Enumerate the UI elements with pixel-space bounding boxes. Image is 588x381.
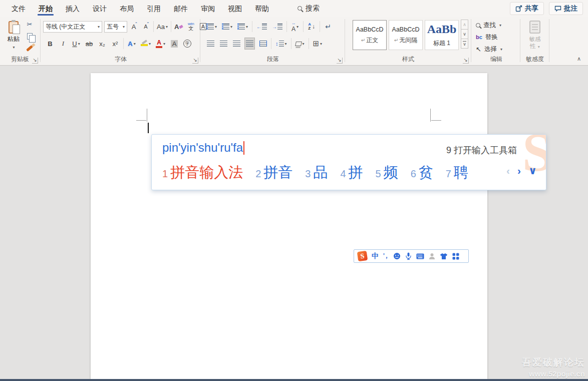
emoji-button[interactable] (393, 252, 401, 260)
ime-candidate-3[interactable]: 3品 (305, 163, 328, 183)
chevron-down-icon: ▾ (500, 47, 502, 52)
distribute-button[interactable] (258, 38, 268, 50)
tab-mailings[interactable]: 邮件 (167, 1, 194, 17)
grow-font-button[interactable]: Aˆ (129, 21, 139, 33)
status-bar (0, 379, 588, 381)
tab-references[interactable]: 引用 (140, 1, 167, 17)
ime-prev-page-button[interactable]: ‹ (506, 165, 510, 177)
borders-button[interactable]: ⊞▾ (312, 38, 324, 50)
ime-candidate-6[interactable]: 6贫 (411, 163, 433, 183)
bold-button[interactable]: B (45, 38, 55, 50)
paste-button[interactable]: 粘贴 ▾ (4, 20, 23, 56)
tab-home[interactable]: 开始 (32, 1, 59, 17)
share-button[interactable]: 共享 (510, 2, 544, 15)
ime-toolbox-hint[interactable]: 9 打开输入工具箱 (446, 144, 517, 156)
login-account-button[interactable] (429, 253, 435, 260)
voice-input-button[interactable] (405, 252, 412, 260)
bullets-button[interactable]: ▾ (205, 21, 218, 33)
styles-dialog-launcher[interactable]: ↘ (463, 58, 469, 64)
line-spacing-button[interactable]: ↕▾ (274, 38, 288, 50)
justify-button[interactable] (244, 38, 255, 50)
document-area[interactable]: S pin'yin'shu'ru'fa 9 打开输入工具箱 1拼音输入法 2拼音… (0, 66, 588, 379)
find-button[interactable]: 查找 ▾ (476, 20, 501, 31)
asian-layout-button[interactable]: ↔A▾ (290, 21, 300, 33)
superscript-button[interactable]: x² (110, 38, 120, 50)
skin-button[interactable] (440, 253, 448, 260)
punctuation-mode-button[interactable]: '， (383, 252, 389, 260)
italic-button[interactable]: I (58, 38, 68, 50)
align-center-button[interactable] (218, 38, 228, 50)
comments-button[interactable]: 批注 (549, 2, 583, 15)
tab-help[interactable]: 帮助 (248, 1, 275, 17)
ime-candidate-5[interactable]: 5频 (376, 163, 398, 183)
decrease-indent-button[interactable]: ← (255, 21, 268, 33)
ime-candidate-4[interactable]: 4拼 (340, 163, 363, 183)
multilevel-list-button[interactable]: ▾ (236, 21, 249, 33)
subscript-button[interactable]: x₂ (97, 38, 107, 50)
clipboard-dialog-launcher[interactable]: ↘ (32, 58, 38, 64)
highlight-color-button[interactable]: ▾ (140, 38, 152, 50)
soft-keyboard-button[interactable] (416, 253, 424, 259)
sensitivity-button[interactable]: 敏感性 ▾ (525, 21, 545, 50)
paragraph-dialog-launcher[interactable]: ↘ (337, 58, 343, 64)
text-effects-button[interactable]: A▾ (127, 38, 137, 50)
underline-button[interactable]: U▾ (71, 38, 81, 50)
ime-candidate-1[interactable]: 1拼音输入法 (162, 163, 243, 183)
tab-file[interactable]: 文件 (5, 1, 32, 17)
chinese-mode-button[interactable]: 中 (372, 252, 379, 261)
tab-layout[interactable]: 布局 (113, 1, 140, 17)
justify-icon (246, 41, 253, 47)
chevron-down-icon: ▾ (320, 42, 322, 46)
cut-button[interactable]: ✂ (25, 20, 34, 29)
phonetic-guide-button[interactable]: wén 文 (186, 21, 196, 33)
style-card-no-spacing[interactable]: AaBbCcD ↵无间隔 (389, 20, 423, 50)
numbering-button[interactable]: ▾ (221, 21, 233, 33)
microphone-icon (405, 252, 412, 260)
ime-candidate-2[interactable]: 2拼音 (255, 163, 292, 183)
styles-scroll-down-button[interactable]: ∨ (461, 29, 468, 39)
toolbox-button[interactable] (452, 253, 459, 260)
tab-design[interactable]: 设计 (86, 1, 113, 17)
ime-next-page-button[interactable]: › (517, 165, 521, 177)
show-marks-button[interactable]: ↵ (323, 21, 333, 33)
style-card-normal[interactable]: AaBbCcD ↵正文 (353, 20, 387, 50)
format-painter-button[interactable] (25, 44, 34, 53)
ime-expand-button[interactable]: ∨ (528, 165, 537, 177)
styles-scroll-up-button[interactable]: ∧ (461, 20, 468, 30)
paragraph-mark-icon: ↵ (394, 38, 398, 43)
style-name: 标题 1 (433, 39, 450, 48)
margin-mark-right-horizontal (431, 120, 441, 121)
copy-button[interactable] (25, 32, 34, 41)
change-case-button[interactable]: Aa▾ (156, 21, 169, 33)
sort-button[interactable]: AZ↓ (307, 21, 317, 33)
style-card-heading1[interactable]: AaBb 标题 1 (425, 20, 459, 50)
font-color-button[interactable]: A▾ (155, 38, 166, 50)
enclose-characters-button[interactable]: 字 (182, 38, 192, 50)
search-box[interactable]: 搜索 (298, 4, 320, 13)
tab-review[interactable]: 审阅 (194, 1, 221, 17)
select-button[interactable]: ↖ 选择 ▾ (476, 44, 502, 55)
collapse-ribbon-button[interactable]: ∧ (577, 56, 581, 62)
clear-formatting-button[interactable]: A (173, 21, 184, 33)
styles-more-button[interactable]: ∨ (461, 39, 468, 49)
ime-candidate-7[interactable]: 7聘 (446, 163, 468, 183)
chevron-down-icon: ▾ (163, 42, 165, 46)
align-right-button[interactable] (231, 38, 241, 50)
styles-group-label: 样式 (347, 55, 470, 64)
strikethrough-button[interactable]: ab (84, 38, 94, 50)
font-dialog-launcher[interactable]: ↘ (192, 58, 198, 64)
replace-button[interactable]: bc 替换 (476, 32, 498, 43)
increase-indent-button[interactable]: → (271, 21, 283, 33)
tab-insert[interactable]: 插入 (59, 1, 86, 17)
shading-button[interactable]: ▾ (295, 38, 306, 50)
document-page[interactable] (91, 73, 487, 379)
tab-view[interactable]: 视图 (221, 1, 248, 17)
sogou-logo-icon[interactable]: S (357, 251, 368, 261)
chevron-down-icon: ▾ (134, 42, 136, 46)
shrink-font-button[interactable]: Aˇ (141, 21, 151, 33)
character-shading-button[interactable]: A (169, 38, 179, 50)
font-name-combo[interactable]: 等线 (中文正文 ▾ (43, 21, 102, 33)
emoji-icon (393, 252, 401, 260)
align-left-button[interactable] (205, 38, 215, 50)
font-size-combo[interactable]: 五号 ▾ (104, 21, 127, 33)
